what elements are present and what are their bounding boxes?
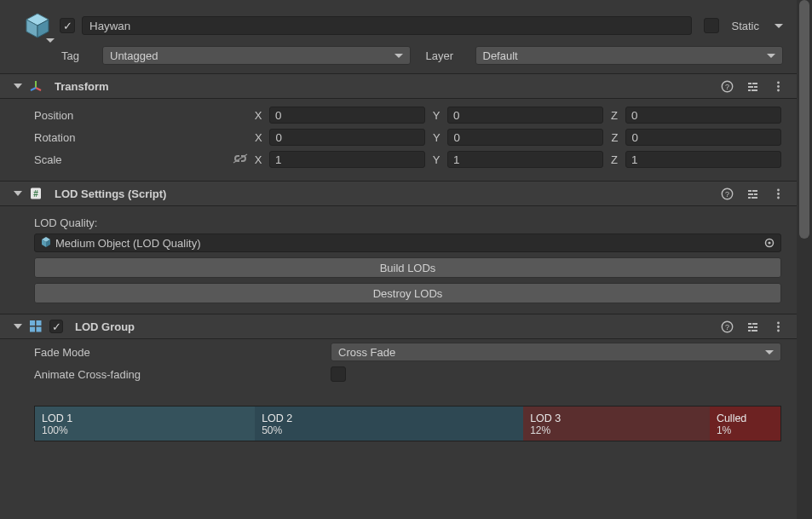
rotation-y-input[interactable]	[447, 129, 603, 146]
gameobject-active-checkbox[interactable]	[60, 18, 75, 33]
scale-z-input[interactable]	[625, 151, 781, 168]
svg-rect-42	[748, 323, 752, 325]
lod-group-header[interactable]: LOD Group ?	[0, 314, 797, 339]
axis-x-label: X	[252, 153, 264, 166]
static-dropdown-icon[interactable]	[775, 24, 783, 28]
axis-x-label: X	[252, 131, 264, 144]
scriptableobject-icon	[40, 236, 52, 251]
gameobject-cube-icon[interactable]	[22, 10, 53, 41]
tag-label: Tag	[61, 49, 95, 62]
axis-y-label: Y	[430, 109, 442, 122]
animate-crossfading-checkbox[interactable]	[331, 366, 346, 382]
svg-point-50	[777, 329, 780, 332]
help-icon[interactable]: ?	[720, 320, 734, 333]
svg-point-35	[768, 241, 770, 244]
tag-value: Untagged	[110, 49, 158, 62]
lod1-name: LOD 1	[42, 412, 248, 424]
scale-label: Scale	[34, 153, 75, 166]
svg-rect-22	[748, 190, 752, 192]
constrain-proportions-icon[interactable]	[232, 153, 247, 166]
svg-rect-44	[748, 326, 753, 328]
svg-rect-36	[30, 320, 35, 326]
fade-mode-dropdown[interactable]: Cross Fade	[331, 343, 781, 361]
svg-rect-26	[748, 197, 751, 199]
axis-x-label: X	[252, 109, 264, 122]
lod-segment-lod2[interactable]: LOD 2 50%	[255, 407, 523, 441]
lod-segment-culled[interactable]: Culled 1%	[710, 407, 780, 441]
layer-dropdown[interactable]: Default	[475, 46, 784, 65]
fade-mode-value: Cross Fade	[338, 346, 395, 359]
layer-value: Default	[483, 49, 518, 62]
rotation-z-input[interactable]	[625, 129, 781, 146]
position-y-input[interactable]	[447, 107, 603, 124]
axis-y-label: Y	[430, 153, 442, 166]
help-icon[interactable]: ?	[720, 79, 734, 93]
position-x-input[interactable]	[269, 107, 425, 124]
svg-text:?: ?	[724, 83, 728, 91]
svg-text:?: ?	[724, 190, 728, 199]
help-icon[interactable]: ?	[720, 187, 734, 200]
menu-icon[interactable]	[771, 79, 785, 93]
object-picker-icon[interactable]	[762, 235, 777, 251]
build-lods-button[interactable]: Build LODs	[34, 257, 781, 278]
foldout-icon	[14, 324, 22, 329]
preset-icon[interactable]	[746, 187, 759, 200]
lod-segment-lod3[interactable]: LOD 3 12%	[523, 407, 710, 441]
svg-rect-9	[752, 83, 757, 84]
svg-point-49	[777, 326, 780, 328]
gameobject-name-field[interactable]	[82, 16, 692, 35]
svg-rect-45	[754, 326, 757, 328]
lod3-pct: 12%	[530, 424, 703, 436]
scrollbar-thumb[interactable]	[799, 0, 809, 239]
svg-point-48	[777, 321, 780, 324]
transform-body: Position X Y Z Rotation X Y Z Scale	[0, 99, 797, 181]
lod-bar[interactable]: LOD 1 100% LOD 2 50% LOD 3 12% Culled 1%	[34, 406, 781, 441]
lod-group-title: LOD Group	[75, 320, 135, 333]
svg-rect-38	[30, 327, 35, 332]
rotation-label: Rotation	[34, 131, 75, 144]
lod-quality-field[interactable]: Medium Object (LOD Quality)	[34, 234, 781, 252]
prefab-dropdown-icon[interactable]	[46, 38, 55, 43]
rotation-x-input[interactable]	[269, 129, 425, 146]
foldout-icon	[14, 84, 22, 89]
lod-segment-lod1[interactable]: LOD 1 100%	[35, 407, 255, 441]
scale-y-input[interactable]	[447, 151, 603, 168]
svg-rect-43	[752, 323, 757, 325]
destroy-lods-button[interactable]: Destroy LODs	[34, 283, 781, 303]
position-z-input[interactable]	[625, 107, 781, 124]
lod-settings-title: LOD Settings (Script)	[55, 187, 166, 200]
lod-group-enabled-checkbox[interactable]	[49, 320, 63, 333]
axis-y-label: Y	[430, 131, 442, 144]
preset-icon[interactable]	[746, 79, 759, 93]
lod1-pct: 100%	[42, 424, 248, 436]
script-icon: #	[29, 187, 43, 200]
svg-point-29	[777, 193, 780, 195]
transform-header[interactable]: Transform ?	[0, 73, 797, 99]
lod-group-icon	[29, 320, 43, 333]
svg-rect-12	[748, 89, 751, 91]
vertical-scrollbar[interactable]	[797, 0, 812, 519]
culled-pct: 1%	[717, 424, 774, 436]
menu-icon[interactable]	[771, 320, 785, 333]
svg-rect-13	[752, 89, 757, 91]
preset-icon[interactable]	[746, 320, 759, 333]
svg-point-28	[777, 188, 780, 191]
lod-settings-header[interactable]: # LOD Settings (Script) ?	[0, 181, 797, 206]
lod3-name: LOD 3	[530, 412, 703, 424]
svg-line-4	[36, 88, 41, 90]
tag-dropdown[interactable]: Untagged	[102, 46, 411, 65]
animate-crossfading-label: Animate Cross-fading	[34, 368, 324, 381]
menu-icon[interactable]	[771, 187, 785, 200]
axis-z-label: Z	[608, 131, 620, 144]
static-checkbox[interactable]	[704, 18, 719, 33]
lod2-name: LOD 2	[262, 412, 516, 424]
svg-rect-39	[37, 327, 42, 332]
svg-rect-8	[748, 83, 752, 84]
chevron-down-icon	[765, 350, 774, 355]
svg-rect-27	[752, 197, 757, 199]
axis-z-label: Z	[608, 109, 620, 122]
svg-text:#: #	[33, 189, 38, 199]
scale-x-input[interactable]	[269, 151, 425, 168]
chevron-down-icon	[767, 54, 775, 58]
svg-rect-11	[754, 86, 757, 88]
